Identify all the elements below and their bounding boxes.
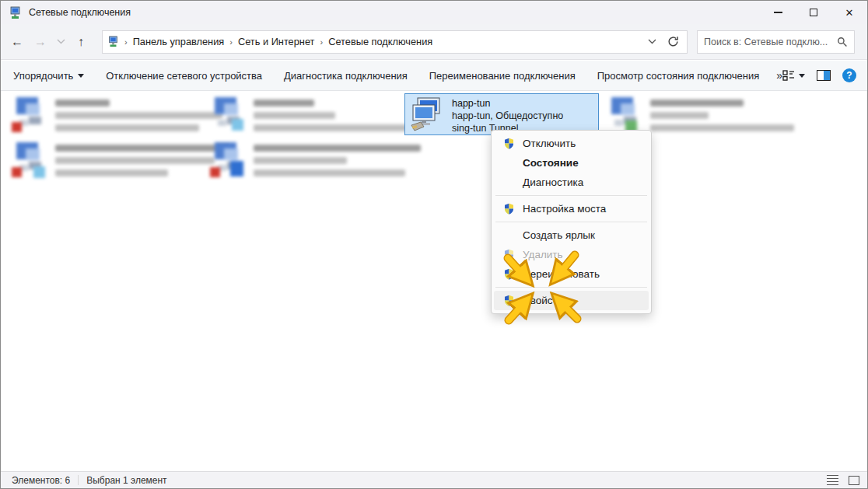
window-title: Сетевые подключения	[29, 7, 131, 18]
rename-connection-button[interactable]: Переименование подключения	[422, 70, 583, 82]
uac-shield-icon	[502, 138, 515, 150]
disable-network-device-button[interactable]: Отключение сетевого устройства	[98, 70, 270, 82]
navigation-bar: ← → ↑ › Панель управления › Сеть и Интер…	[1, 24, 867, 60]
search-box	[697, 30, 855, 54]
search-input[interactable]	[704, 37, 837, 47]
uac-shield-icon	[502, 249, 515, 261]
breadcrumb-network-connections[interactable]: Сетевые подключения	[328, 36, 432, 47]
chevron-down-icon	[78, 74, 84, 78]
connection-network: happ-tun, Общедоступно	[452, 110, 595, 122]
minimize-button[interactable]	[760, 1, 796, 24]
menu-item-label: Состояние	[523, 157, 579, 169]
network-item-happ-tun[interactable]: happ-tun happ-tun, Общедоступно sing-tun…	[404, 93, 599, 135]
network-adapter-icon	[12, 141, 49, 178]
menu-item-label: Диагностика	[523, 176, 583, 188]
location-icon	[107, 36, 119, 47]
menu-item-delete: Удалить	[494, 245, 649, 264]
address-dropdown-chevron[interactable]	[648, 39, 656, 44]
menu-item-label: Создать ярлык	[523, 229, 595, 241]
menu-item-label: Переименовать	[523, 268, 600, 280]
up-button[interactable]: ↑	[69, 35, 93, 49]
network-item-redacted[interactable]	[9, 94, 203, 136]
title-bar: Сетевые подключения ✕	[1, 1, 867, 24]
disconnected-x-icon	[12, 122, 22, 132]
network-adapter-icon	[210, 96, 247, 133]
recent-locations-chevron[interactable]	[52, 39, 69, 44]
network-item-redacted[interactable]	[207, 139, 401, 181]
connection-text: happ-tun happ-tun, Общедоступно sing-tun…	[452, 96, 595, 133]
redacted-text	[55, 96, 222, 134]
menu-item-bridge[interactable]: Настройка моста	[494, 199, 649, 218]
close-icon: ✕	[845, 8, 854, 18]
breadcrumb-separator: ›	[314, 37, 328, 47]
maximize-icon	[810, 9, 817, 16]
menu-item-properties[interactable]: Свойства	[494, 291, 649, 310]
thumbnail-view-icon[interactable]	[849, 476, 859, 485]
disconnected-x-icon	[12, 167, 22, 177]
selection-count: Выбран 1 элемент	[86, 475, 166, 486]
uac-shield-icon	[502, 203, 515, 215]
back-button[interactable]: ←	[5, 35, 29, 49]
uac-shield-icon	[502, 268, 515, 281]
preview-pane-icon[interactable]	[817, 70, 831, 81]
diagnose-connection-button[interactable]: Диагностика подключения	[276, 70, 415, 82]
network-item-redacted[interactable]	[207, 94, 401, 136]
menu-item-label: Настройка моста	[523, 203, 606, 215]
menu-item-rename[interactable]: Переименовать	[494, 264, 649, 284]
breadcrumb-separator: ›	[119, 37, 133, 47]
menu-item-label: Отключить	[523, 138, 576, 149]
menu-item-label: Удалить	[523, 249, 563, 260]
details-view-icon[interactable]	[827, 475, 838, 486]
search-icon[interactable]	[837, 37, 848, 47]
network-adapter-icon	[210, 141, 247, 178]
minimize-icon	[774, 12, 782, 12]
network-connections-window: Сетевые подключения ✕ ← → ↑ › Панель упр…	[0, 0, 868, 489]
redacted-text	[55, 141, 230, 180]
menu-item-disable[interactable]: Отключить	[494, 134, 649, 153]
breadcrumb-control-panel[interactable]: Панель управления	[133, 36, 225, 47]
breadcrumb-network-internet[interactable]: Сеть и Интернет	[238, 36, 315, 47]
maximize-button[interactable]	[796, 1, 831, 24]
redacted-text	[254, 96, 409, 134]
address-bar[interactable]: › Панель управления › Сеть и Интернет › …	[102, 30, 688, 54]
menu-item-diagnose[interactable]: Диагностика	[494, 173, 649, 192]
menu-item-create-shortcut[interactable]: Создать ярлык	[494, 225, 649, 245]
view-options-button[interactable]	[782, 70, 805, 81]
toolbar-overflow-chevron[interactable]: »	[776, 69, 782, 82]
organize-button[interactable]: Упорядочить	[5, 70, 92, 82]
view-options-icon	[782, 70, 795, 81]
organize-label: Упорядочить	[13, 70, 73, 82]
refresh-icon[interactable]	[667, 36, 679, 47]
help-icon[interactable]: ?	[842, 68, 856, 82]
menu-item-status[interactable]: Состояние	[494, 153, 649, 173]
context-menu: Отключить Состояние Диагностика Настройк…	[491, 130, 652, 314]
menu-separator	[495, 195, 647, 196]
view-connection-status-button[interactable]: Просмотр состояния подключения	[590, 70, 767, 82]
chevron-down-icon	[799, 74, 805, 78]
disconnected-x-icon	[210, 167, 220, 177]
uac-shield-icon	[502, 295, 515, 307]
close-button[interactable]: ✕	[831, 1, 867, 24]
items-count: Элементов: 6	[12, 475, 70, 486]
connection-name: happ-tun	[452, 97, 595, 110]
redacted-text	[650, 96, 795, 134]
menu-separator	[495, 287, 647, 288]
redacted-text	[254, 141, 421, 180]
breadcrumb-separator: ›	[224, 37, 238, 47]
command-toolbar: Упорядочить Отключение сетевого устройст…	[1, 61, 867, 91]
network-item-redacted[interactable]	[9, 139, 203, 181]
network-adapter-icon	[607, 96, 644, 133]
network-adapter-icon	[12, 96, 49, 133]
forward-button[interactable]: →	[29, 35, 52, 49]
connections-list: happ-tun happ-tun, Общедоступно sing-tun…	[1, 91, 867, 473]
status-divider	[78, 475, 79, 485]
network-adapter-icon	[408, 96, 446, 133]
app-icon	[9, 6, 22, 19]
status-bar: Элементов: 6 Выбран 1 элемент	[1, 471, 867, 488]
menu-item-label: Свойства	[523, 295, 569, 306]
menu-separator	[495, 222, 647, 222]
